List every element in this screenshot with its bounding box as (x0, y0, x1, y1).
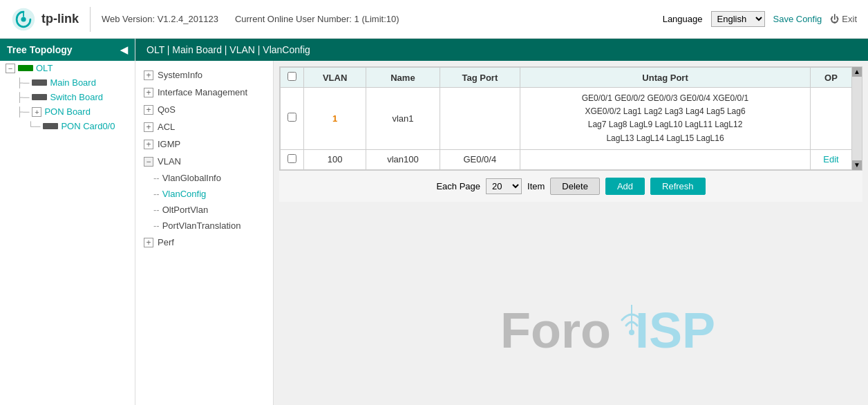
table-scrollbar[interactable]: ▲ ▼ (852, 67, 862, 170)
vlan-table: VLAN Name Tag Port Untag Port OP (280, 67, 852, 170)
main-board-icon (32, 79, 47, 86)
dash-oltport: -- (153, 205, 160, 215)
select-all-checkbox[interactable] (287, 72, 296, 81)
olt-device-icon (18, 65, 33, 71)
language-label: Language (663, 14, 703, 24)
table-wrapper: VLAN Name Tag Port Untag Port OP (279, 66, 862, 171)
exit-button[interactable]: ⏻ Exit (830, 14, 857, 24)
add-button[interactable]: Add (605, 178, 645, 195)
plus-icon-igmp: + (144, 140, 153, 149)
tree-line-poncard: └─ (28, 121, 40, 131)
col-header-name: Name (366, 68, 440, 88)
main-layout: Tree Topology ◀ − OLT ├─ Main Board ├─ S… (0, 39, 868, 405)
logo-text: tp-link (41, 12, 79, 26)
sidebar: Tree Topology ◀ − OLT ├─ Main Board ├─ S… (0, 39, 135, 405)
main-board-label: Main Board (50, 77, 95, 88)
svg-text:Foro: Foro (500, 303, 611, 358)
row2-op: Edit (811, 149, 852, 169)
sidebar-item-switch-board[interactable]: ├─ Switch Board (0, 90, 135, 104)
row2-checkbox (281, 149, 304, 169)
sidebar-item-pon-board[interactable]: ├─ + PON Board (0, 104, 135, 119)
row2-vlan-id: 100 (304, 149, 366, 169)
pagination-area: Each Page 20 50 100 Item Delete Add Refr… (279, 171, 862, 202)
header-actions: Language English Chinese Save Config ⏻ E… (663, 11, 857, 27)
table-container: VLAN Name Tag Port Untag Port OP (274, 61, 868, 405)
sidebar-item-pon-card[interactable]: └─ PON Card0/0 (0, 119, 135, 133)
dash-vconfig: -- (153, 189, 160, 199)
row2-name: vlan100 (366, 149, 440, 169)
table-row: 1 vlan1 GE0/0/1 GE0/0/2 GE0/0/3 GE0/0/4 … (281, 88, 852, 150)
page-size-select[interactable]: 20 50 100 (486, 178, 522, 194)
power-icon: ⏻ (830, 14, 839, 24)
col-header-untag-port: Untag Port (520, 68, 811, 88)
nav-sub-item-port-vlan-trans[interactable]: -- PortVlanTranslation (135, 218, 273, 234)
nav-item-qos[interactable]: + QoS (135, 101, 273, 118)
col-header-vlan: VLAN (304, 68, 366, 88)
nav-item-igmp[interactable]: + IGMP (135, 135, 273, 153)
row2-tag-port: GE0/0/4 (440, 149, 520, 169)
breadcrumb: OLT | Main Board | VLAN | VlanConfig (135, 39, 868, 61)
nav-item-vlan[interactable]: − VLAN (135, 153, 273, 170)
nav-item-perf[interactable]: + Perf (135, 234, 273, 251)
content-wrapper: + SystemInfo + Interface Management + Qo… (135, 61, 868, 405)
web-version: Web Version: V1.2.4_201123 (102, 14, 218, 24)
row1-vlan-id: 1 (304, 88, 366, 150)
plus-icon-sysinfo: + (144, 70, 153, 80)
plus-icon-pon: + (32, 107, 41, 117)
watermark: Foro ISP (500, 292, 735, 364)
delete-button[interactable]: Delete (550, 178, 600, 195)
plus-icon-acl: + (144, 122, 153, 132)
plus-icon-vlan: − (144, 157, 153, 167)
row1-checkbox (281, 88, 304, 150)
plus-icon-qos: + (144, 105, 153, 115)
header-info: Web Version: V1.2.4_201123 Current Onlin… (102, 14, 663, 24)
tree-line-switch: ├─ (17, 92, 29, 102)
scroll-track (852, 77, 862, 160)
nav-menu: + SystemInfo + Interface Management + Qo… (135, 61, 274, 405)
each-page-label: Each Page (436, 181, 480, 191)
scroll-up-btn[interactable]: ▲ (852, 67, 862, 77)
sidebar-title-text: Tree Topology (7, 44, 73, 55)
item-label: Item (527, 181, 545, 191)
row1-op (811, 88, 852, 150)
svg-text:ISP: ISP (635, 303, 715, 358)
nav-item-interface[interactable]: + Interface Management (135, 84, 273, 101)
nav-sub-item-vlan-config[interactable]: -- VlanConfig (135, 186, 273, 202)
row1-tag-port (440, 88, 520, 150)
dash-porttrans: -- (153, 220, 160, 231)
nav-item-acl[interactable]: + ACL (135, 118, 273, 135)
row1-untag-port: GE0/0/1 GE0/0/2 GE0/0/3 GE0/0/4 XGE0/0/1… (520, 88, 811, 150)
tree-line-main: ├─ (17, 77, 29, 88)
col-header-checkbox (281, 68, 304, 88)
content-area: OLT | Main Board | VLAN | VlanConfig + S… (135, 39, 868, 405)
nav-item-systeminfo[interactable]: + SystemInfo (135, 66, 273, 84)
row2-edit-link[interactable]: Edit (823, 154, 838, 164)
plus-icon-perf: + (144, 238, 153, 247)
row2-untag-port (520, 149, 811, 169)
row1-name: vlan1 (366, 88, 440, 150)
plus-icon-interface: + (144, 88, 153, 97)
sidebar-item-main-board[interactable]: ├─ Main Board (0, 75, 135, 90)
tplink-logo-icon (11, 7, 36, 32)
table-row: 100 vlan100 GE0/0/4 Edit (281, 149, 852, 169)
sidebar-collapse-arrow[interactable]: ◀ (120, 44, 128, 55)
olt-label: OLT (36, 63, 53, 73)
svg-point-5 (629, 330, 634, 335)
online-users: Current Online User Number: 1 (Limit:10) (235, 14, 399, 24)
save-config-button[interactable]: Save Config (773, 14, 822, 24)
refresh-button[interactable]: Refresh (650, 178, 706, 195)
switch-board-icon (32, 94, 47, 100)
scroll-down-btn[interactable]: ▼ (852, 160, 862, 170)
nav-sub-item-vlan-global[interactable]: -- VlanGlobalInfo (135, 170, 273, 186)
nav-sub-item-olt-port-vlan[interactable]: -- OltPortVlan (135, 202, 273, 218)
language-select[interactable]: English Chinese (711, 11, 765, 27)
col-header-op: OP (811, 68, 852, 88)
sidebar-item-olt[interactable]: − OLT (0, 61, 135, 75)
tree-line-pon: ├─ (17, 106, 29, 117)
minus-icon: − (6, 64, 15, 73)
pon-card-label: PON Card0/0 (61, 121, 115, 131)
pon-board-label: PON Board (44, 106, 90, 117)
pon-card-icon (43, 123, 58, 129)
switch-board-label: Switch Board (50, 92, 103, 102)
foroisp-logo: Foro ISP (500, 292, 735, 361)
